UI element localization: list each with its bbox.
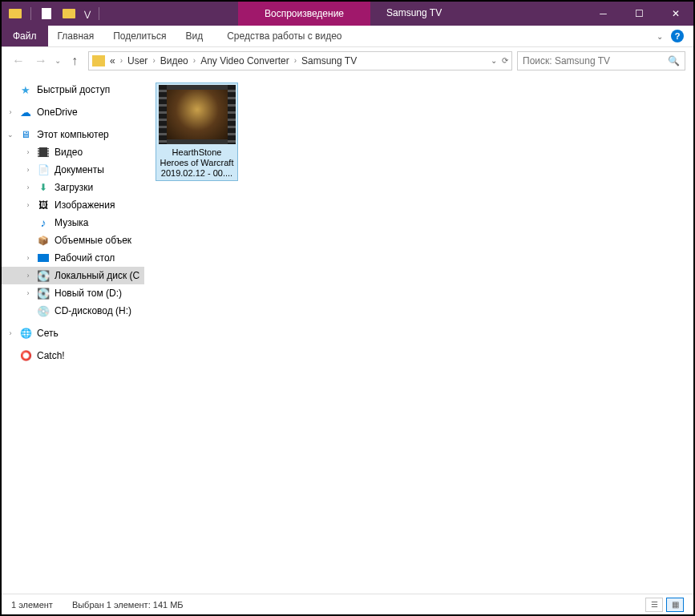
address-dropdown-icon[interactable]: ⌄ — [491, 56, 497, 65]
disk-icon — [37, 269, 50, 282]
close-button[interactable]: ✕ — [657, 2, 693, 26]
breadcrumb-seg[interactable]: Видео — [160, 55, 188, 66]
catch-icon — [19, 349, 32, 362]
tree-label: Catch! — [37, 350, 65, 361]
cloud-icon — [19, 106, 32, 119]
document-icon — [37, 163, 50, 176]
tree-local-disk[interactable]: ›Локальный диск (C — [2, 267, 144, 284]
video-thumbnail — [159, 85, 236, 144]
tree-label: Видео — [55, 147, 83, 158]
tree-label: Музыка — [55, 217, 88, 228]
chevron-right-icon[interactable]: › — [120, 56, 123, 65]
ribbon-right: ⌄ ? — [657, 26, 693, 46]
cube-icon — [37, 234, 50, 247]
chevron-right-icon[interactable]: › — [294, 56, 297, 65]
tree-label: Этот компьютер — [37, 129, 109, 140]
breadcrumb-seg[interactable]: User — [127, 55, 147, 66]
file-pane[interactable]: HearthStone Heroes of Warcraft 2019.02.1… — [144, 74, 693, 594]
main-area: ›Быстрый доступ ›OneDrive ⌄Этот компьюте… — [2, 74, 693, 594]
tree-video[interactable]: ›Видео — [2, 143, 144, 161]
ribbon-tab-view[interactable]: Вид — [176, 26, 212, 46]
up-button[interactable]: ↑ — [66, 52, 83, 70]
tree-cd-drive[interactable]: ›CD-дисковод (H:) — [2, 302, 144, 320]
ribbon-tab-share[interactable]: Поделиться — [103, 26, 176, 46]
tree-quick-access[interactable]: ›Быстрый доступ — [2, 81, 144, 99]
breadcrumb-box[interactable]: « › User › Видео › Any Video Converter ›… — [88, 51, 512, 70]
tree-label: Локальный диск (C — [55, 270, 139, 281]
pc-icon — [19, 128, 32, 141]
tree-this-pc[interactable]: ⌄Этот компьютер — [2, 126, 144, 143]
minimize-button[interactable]: ─ — [585, 2, 621, 26]
ribbon-tab-video-tools[interactable]: Средства работы с видео — [217, 26, 351, 46]
title-bar: ⋁ Воспроизведение Samsung TV ─ ☐ ✕ — [2, 2, 693, 26]
tree-label: Быстрый доступ — [37, 84, 110, 95]
ribbon-tab-home[interactable]: Главная — [48, 26, 104, 46]
qat-separator — [30, 7, 31, 20]
image-icon — [37, 199, 50, 211]
quick-access-toolbar: ⋁ — [2, 6, 99, 21]
search-box[interactable]: 🔍 — [517, 51, 685, 70]
help-icon[interactable]: ? — [671, 30, 684, 42]
folder-icon — [8, 6, 22, 21]
music-icon — [37, 216, 50, 229]
search-icon[interactable]: 🔍 — [668, 55, 680, 66]
breadcrumb-seg[interactable]: Any Video Converter — [200, 55, 289, 66]
search-input[interactable] — [523, 55, 668, 66]
ribbon: Файл Главная Поделиться Вид Средства раб… — [2, 26, 693, 47]
explorer-window: ⋁ Воспроизведение Samsung TV ─ ☐ ✕ Файл … — [2, 2, 693, 614]
tree-desktop[interactable]: ›Рабочий стол — [2, 249, 144, 267]
status-bar: 1 элемент Выбран 1 элемент: 141 МБ ☰ ▦ — [2, 594, 693, 614]
window-controls: ─ ☐ ✕ — [585, 2, 693, 26]
folder2-icon[interactable] — [62, 6, 76, 21]
tree-label: Изображения — [55, 199, 115, 211]
tree-label: Документы — [55, 164, 104, 175]
tree-documents[interactable]: ›Документы — [2, 161, 144, 179]
status-selection: Выбран 1 элемент: 141 МБ — [72, 600, 184, 610]
forward-button[interactable]: → — [32, 52, 50, 70]
folder-icon — [92, 55, 105, 66]
view-switcher: ☰ ▦ — [645, 598, 684, 612]
details-view-button[interactable]: ☰ — [645, 598, 663, 612]
tree-images[interactable]: ›Изображения — [2, 196, 144, 214]
tree-label: Загрузки — [55, 182, 93, 193]
breadcrumb-prefix: « — [110, 55, 115, 66]
tree-network[interactable]: ›Сеть — [2, 324, 144, 342]
tree-onedrive[interactable]: ›OneDrive — [2, 103, 144, 121]
address-bar: ← → ⌄ ↑ « › User › Видео › Any Video Con… — [2, 47, 693, 74]
desktop-icon — [37, 252, 50, 264]
back-button[interactable]: ← — [10, 52, 27, 70]
chevron-right-icon[interactable]: › — [152, 56, 155, 65]
video-icon — [37, 146, 50, 159]
file-item[interactable]: HearthStone Heroes of Warcraft 2019.02.1… — [156, 83, 238, 181]
tree-new-volume[interactable]: ›Новый том (D:) — [2, 284, 144, 302]
star-icon — [19, 83, 32, 96]
refresh-icon[interactable]: ⟳ — [502, 56, 508, 65]
window-title: Samsung TV — [386, 7, 442, 18]
cd-icon — [37, 304, 50, 317]
maximize-button[interactable]: ☐ — [621, 2, 657, 26]
ribbon-file-tab[interactable]: Файл — [2, 26, 48, 46]
status-item-count: 1 элемент — [11, 600, 53, 610]
qat-dropdown-icon[interactable]: ⋁ — [84, 10, 91, 18]
qat-separator — [99, 7, 99, 20]
file-name: HearthStone Heroes of Warcraft 2019.02.1… — [158, 147, 236, 179]
ribbon-collapse-icon[interactable]: ⌄ — [657, 32, 663, 41]
breadcrumb-seg[interactable]: Samsung TV — [301, 55, 357, 66]
network-icon — [19, 327, 32, 340]
tree-music[interactable]: ›Музыка — [2, 214, 144, 232]
tree-label: OneDrive — [37, 107, 78, 118]
tree-downloads[interactable]: ›Загрузки — [2, 179, 144, 196]
tree-label: Новый том (D:) — [55, 288, 122, 299]
tree-3d-objects[interactable]: ›Объемные объек — [2, 232, 144, 249]
tree-label: Объемные объек — [55, 235, 131, 246]
chevron-right-icon[interactable]: › — [193, 56, 196, 65]
nav-tree[interactable]: ›Быстрый доступ ›OneDrive ⌄Этот компьюте… — [2, 74, 144, 594]
document-icon[interactable] — [39, 6, 54, 21]
thumbnails-view-button[interactable]: ▦ — [666, 598, 684, 612]
download-icon — [37, 181, 50, 194]
disk-icon — [37, 287, 50, 300]
address-actions: ⌄ ⟳ — [491, 56, 508, 65]
tree-catch[interactable]: ›Catch! — [2, 347, 144, 364]
tree-label: Рабочий стол — [55, 252, 115, 264]
history-dropdown-icon[interactable]: ⌄ — [55, 56, 61, 65]
